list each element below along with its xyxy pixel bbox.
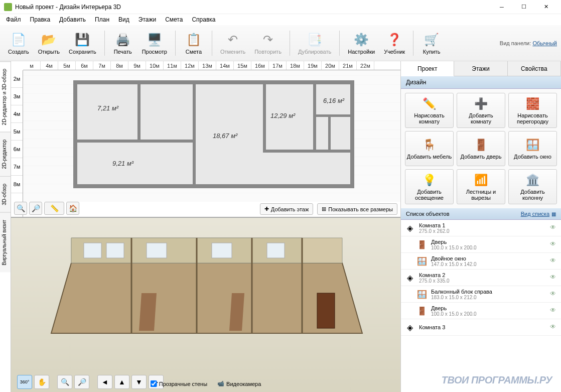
design-Добавить-дверь[interactable]: 🚪Добавить дверь — [457, 131, 505, 166]
plan-zoom-tools: 🔍 🔎 📏 🏠 — [14, 202, 79, 215]
menu-Вид[interactable]: Вид — [114, 15, 133, 24]
svg-marker-16 — [139, 293, 157, 331]
pan-button[interactable]: ✋ — [34, 375, 49, 389]
object-item[interactable]: ◈Комната 3👁 — [401, 319, 561, 336]
toolbar-Смета[interactable]: 📋Смета — [180, 30, 208, 57]
Смета-icon: 📋 — [186, 32, 202, 48]
zoom-out-button[interactable]: 🔍 — [14, 202, 27, 215]
toolbar-Учебник[interactable]: ❓Учебник — [380, 30, 409, 57]
menu-Смета[interactable]: Смета — [161, 15, 187, 24]
Дублировать-icon: 📑 — [307, 32, 323, 48]
svg-rect-10 — [84, 243, 101, 258]
svg-rect-14 — [267, 243, 285, 258]
visibility-icon[interactable]: 👁 — [550, 323, 558, 331]
design-Добавить-окно[interactable]: 🪟Добавить окно — [508, 131, 557, 166]
view-3d[interactable]: 360° ✋ 🔍 🔎 ◄ ▲ ▼ ► Прозрачные стены 📹 Ви… — [11, 217, 400, 392]
design-Лестницы-и-вырезы[interactable]: 📶Лестницы и вырезы — [457, 169, 505, 204]
view-up-button[interactable]: ▲ — [114, 375, 129, 389]
home-button[interactable]: 🏠 — [66, 202, 79, 215]
rtab-Проект[interactable]: Проект — [401, 61, 454, 76]
object-item[interactable]: 🚪Дверь100.0 x 15.0 x 200.0👁 — [401, 236, 561, 253]
menu-План[interactable]: План — [91, 15, 113, 24]
zoom-in-button[interactable]: 🔎 — [29, 202, 42, 215]
svg-rect-11 — [106, 243, 124, 258]
design-Добавить-освещение[interactable]: 💡Добавить освещение — [405, 169, 454, 204]
zoom-in-3d-button[interactable]: 🔎 — [74, 375, 89, 389]
design-Нарисовать-комнату[interactable]: ✏️Нарисовать комнату — [405, 93, 454, 128]
toolbar-Купить[interactable]: 🛒Купить — [417, 30, 446, 57]
toolbar-Открыть[interactable]: 📂Открыть — [34, 30, 64, 57]
room-area-label: 9,21 м³ — [112, 160, 133, 167]
add-floor-button[interactable]: ✚ Добавить этаж — [260, 203, 313, 215]
measure-button[interactable]: 📏 — [44, 202, 64, 215]
view-left-button[interactable]: ◄ — [97, 375, 112, 389]
object-item[interactable]: 🪟Двойное окно147.0 x 15.0 x 142.0👁 — [401, 253, 561, 270]
transparent-walls-checkbox[interactable]: Прозрачные стены — [151, 380, 207, 387]
svg-rect-15 — [317, 293, 335, 328]
visibility-icon[interactable]: 👁 — [550, 307, 558, 315]
vtab-3[interactable]: Виртуальный визит — [0, 212, 11, 273]
panel-mode: Вид панели: Обычный — [500, 40, 557, 46]
room-area-label: 18,67 м² — [213, 132, 237, 140]
menu-Файл[interactable]: Файл — [2, 15, 25, 24]
rtab-Свойства[interactable]: Свойства — [508, 61, 561, 76]
vtab-0[interactable]: 2D-редактор и 3D-обзор — [0, 61, 11, 132]
visibility-icon[interactable]: 👁 — [550, 290, 558, 298]
object-item[interactable]: ◈Комната 1275.0 x 262.0👁 — [401, 220, 561, 236]
design-Добавить-комнату[interactable]: ➕Добавить комнату — [457, 93, 505, 128]
zoom-out-3d-button[interactable]: 🔍 — [57, 375, 72, 389]
toolbar-Создать[interactable]: 📄Создать — [4, 30, 33, 57]
toolbar-Просмотр[interactable]: 🖥️Просмотр — [138, 30, 171, 57]
show-dimensions-button[interactable]: ⊞ Показывать все размеры — [317, 203, 397, 215]
view3d-tools: 360° ✋ 🔍 🔎 ◄ ▲ ▼ ► — [17, 375, 164, 389]
maximize-button[interactable]: ☐ — [513, 0, 535, 14]
toolbar-Сохранить[interactable]: 💾Сохранить — [65, 30, 100, 57]
object-item[interactable]: 🪟Балконный блок справа183.0 x 15.0 x 212… — [401, 286, 561, 303]
ruler-vertical: 2м3м4м5м6м7м8м — [11, 70, 23, 217]
toolbar-Дублировать[interactable]: 📑Дублировать — [294, 30, 335, 57]
rotate-360-button[interactable]: 360° — [17, 375, 32, 389]
close-button[interactable]: ✕ — [535, 0, 557, 14]
titlebar: Новый проект - Дизайн Интерьера 3D ─ ☐ ✕ — [0, 0, 561, 14]
panel-mode-link[interactable]: Обычный — [532, 40, 557, 46]
floorplan[interactable]: 7,21 м² 18,67 м² 12,29 м² 6,16 м² 9,21 м… — [73, 80, 354, 188]
toolbar-Настройки[interactable]: ⚙️Настройки — [344, 30, 379, 57]
Учебник-icon: ❓ — [386, 32, 402, 48]
Отменить-icon: ↶ — [225, 32, 241, 48]
object-item[interactable]: ◈Комната 2275.0 x 335.0👁 — [401, 270, 561, 286]
toolbar-Повторить[interactable]: ↷Повторить — [250, 30, 286, 57]
design-Добавить-мебель[interactable]: 🪑Добавить мебель — [405, 131, 454, 166]
menu-Правка[interactable]: Правка — [26, 15, 55, 24]
Открыть-icon: 📂 — [41, 32, 57, 48]
visibility-icon[interactable]: 👁 — [550, 224, 558, 232]
menu-Справка[interactable]: Справка — [188, 15, 219, 24]
object-list[interactable]: ◈Комната 1275.0 x 262.0👁🚪Дверь100.0 x 15… — [401, 220, 561, 392]
camera-checkbox[interactable]: 📹 Видеокамера — [217, 380, 261, 387]
design-Нарисовать-перегородку[interactable]: 🧱Нарисовать перегородку — [508, 93, 557, 128]
svg-marker-0 — [51, 263, 362, 333]
menu-Этажи[interactable]: Этажи — [134, 15, 160, 24]
rtab-Этажи[interactable]: Этажи — [454, 61, 507, 76]
design-section-header: Дизайн — [401, 76, 561, 89]
toolbar-Отменить[interactable]: ↶Отменить — [216, 30, 249, 57]
design-Добавить-колонну[interactable]: 🏛️Добавить колонну — [508, 169, 557, 204]
left-tabs: 2D-редактор и 3D-обзор2D-редактор3D-обзо… — [0, 61, 11, 392]
visibility-icon[interactable]: 👁 — [550, 274, 558, 282]
vtab-1[interactable]: 2D-редактор — [0, 132, 11, 176]
visibility-icon[interactable]: 👁 — [550, 257, 558, 265]
toolbar-Печать[interactable]: 🖨️Печать — [109, 30, 137, 57]
plan-canvas[interactable]: 7,21 м² 18,67 м² 12,29 м² 6,16 м² 9,21 м… — [23, 70, 400, 202]
view-down-button[interactable]: ▼ — [131, 375, 147, 389]
plan-view-2d[interactable]: м4м5м6м7м8м9м10м11м12м13м14м15м16м17м18м… — [11, 61, 400, 217]
visibility-icon[interactable]: 👁 — [550, 240, 558, 248]
room-area-label: 6,16 м² — [323, 97, 344, 104]
svg-rect-12 — [147, 243, 167, 258]
room-area-label: 7,21 м² — [97, 104, 118, 112]
window-title: Новый проект - Дизайн Интерьера 3D — [15, 4, 491, 11]
object-item[interactable]: 🚪Дверь100.0 x 15.0 x 200.0👁 — [401, 303, 561, 319]
minimize-button[interactable]: ─ — [491, 0, 513, 14]
menu-Добавить[interactable]: Добавить — [55, 15, 90, 24]
list-mode-link[interactable]: Вид списка ▦ — [521, 211, 556, 217]
vtab-2[interactable]: 3D-обзор — [0, 176, 11, 212]
Сохранить-icon: 💾 — [74, 32, 90, 48]
